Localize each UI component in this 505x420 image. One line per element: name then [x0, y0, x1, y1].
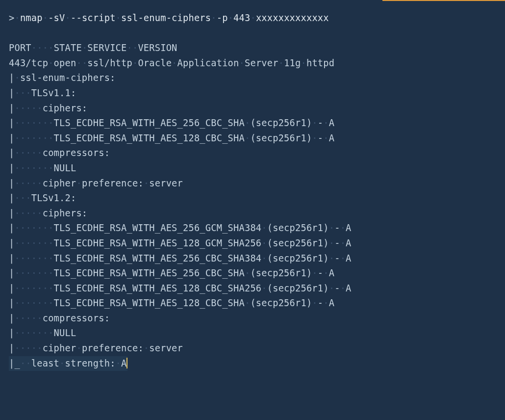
cipher-row: TLS_ECDHE_RSA_WITH_AES_128_CBC_SHA256·(s… [54, 283, 352, 293]
text-cursor [126, 358, 127, 368]
column-header: PORT····STATE·SERVICE··VERSION [9, 43, 177, 53]
cipher-pref-label: cipher·preference: [43, 178, 144, 188]
compressor-row: NULL [54, 328, 76, 338]
cipher-pref-value: server [149, 178, 183, 188]
cipher-row: TLS_ECDHE_RSA_WITH_AES_256_CBC_SHA·(secp… [54, 118, 335, 128]
compressors-label: compressors: [43, 148, 110, 158]
tree-end: |_ [9, 358, 20, 368]
tls-version-label: TLSv1.2: [31, 193, 76, 203]
port-row: 443/tcp·open··ssl/http·Oracle·Applicatio… [9, 58, 334, 68]
cipher-pref-value: server [149, 343, 183, 353]
compressors-label: compressors: [43, 313, 110, 323]
cipher-row: TLS_ECDHE_RSA_WITH_AES_128_CBC_SHA·(secp… [54, 298, 335, 308]
ciphers-label: ciphers: [43, 208, 88, 218]
command-line: nmap·-sV·--script·ssl-enum-ciphers·-p·44… [20, 13, 329, 23]
ciphers-label: ciphers: [43, 103, 88, 113]
tree-pipe: | [9, 73, 14, 83]
tab-indicator [382, 0, 505, 1]
cipher-row: TLS_ECDHE_RSA_WITH_AES_256_CBC_SHA384·(s… [54, 253, 352, 263]
compressor-row: NULL [54, 163, 76, 173]
cipher-row: TLS_ECDHE_RSA_WITH_AES_256_CBC_SHA·(secp… [54, 268, 335, 278]
tls-version-label: TLSv1.1: [31, 88, 76, 98]
cipher-pref-label: cipher·preference: [43, 343, 144, 353]
cipher-row: TLS_ECDHE_RSA_WITH_AES_256_GCM_SHA384·(s… [54, 223, 352, 233]
terminal-output: >·nmap·-sV·--script·ssl-enum-ciphers·-p·… [0, 0, 505, 380]
cipher-row: TLS_ECDHE_RSA_WITH_AES_128_GCM_SHA256·(s… [54, 238, 352, 248]
prompt: > [9, 13, 14, 23]
least-strength-label: least·strength: [31, 358, 116, 368]
script-header: ssl-enum-ciphers: [20, 73, 116, 83]
cipher-row: TLS_ECDHE_RSA_WITH_AES_128_CBC_SHA·(secp… [54, 133, 335, 143]
